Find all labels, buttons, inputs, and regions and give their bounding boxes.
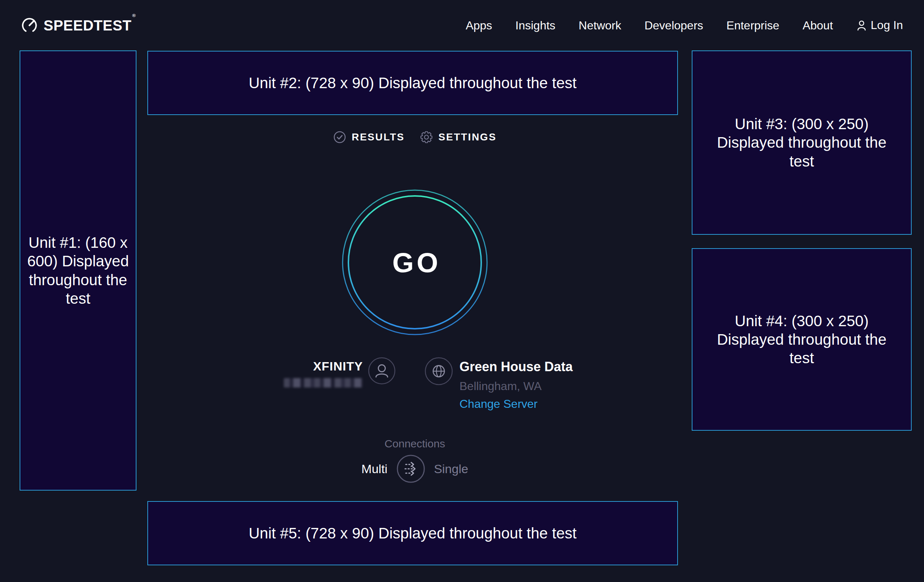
isp-name: XFINITY bbox=[313, 360, 363, 372]
server-location: Bellingham, WA bbox=[459, 380, 573, 392]
nav-item-about[interactable]: About bbox=[802, 20, 833, 31]
speedtest-logo[interactable]: SPEEDTEST® bbox=[21, 17, 135, 34]
nav-item-enterprise[interactable]: Enterprise bbox=[726, 20, 780, 31]
person-circle-icon bbox=[368, 357, 396, 385]
nav-item-insights[interactable]: Insights bbox=[515, 20, 555, 31]
tab-results-label: RESULTS bbox=[351, 131, 405, 143]
ad-unit-5-text: Unit #5: (728 x 90) Displayed throughout… bbox=[249, 524, 577, 542]
ad-unit-3-rectangle[interactable]: Unit #3: (300 x 250) Displayed throughou… bbox=[692, 50, 912, 235]
login-button[interactable]: Log In bbox=[856, 18, 903, 32]
go-button[interactable]: GO bbox=[338, 186, 491, 338]
connections-toggle-row: Multi Single bbox=[148, 454, 681, 483]
connection-mode-multi[interactable]: Multi bbox=[361, 463, 388, 475]
ad-unit-2-text: Unit #2: (728 x 90) Displayed throughout… bbox=[249, 74, 577, 92]
user-icon bbox=[856, 19, 867, 31]
results-settings-tabs: RESULTS SETTINGS bbox=[148, 130, 681, 144]
ad-unit-1-skyscraper[interactable]: Unit #1: (160 x 600) Displayed throughou… bbox=[20, 50, 137, 491]
nav-item-network[interactable]: Network bbox=[579, 20, 621, 31]
gear-icon bbox=[420, 130, 433, 144]
logo-wordmark: SPEEDTEST® bbox=[43, 18, 135, 33]
redacted-ip bbox=[284, 378, 363, 387]
ad-unit-1-text: Unit #1: (160 x 600) Displayed throughou… bbox=[23, 233, 133, 308]
ad-unit-5-leaderboard[interactable]: Unit #5: (728 x 90) Displayed throughout… bbox=[147, 501, 678, 565]
connection-info-row: XFINITY Green House Data Bellingham, WA … bbox=[282, 357, 573, 410]
top-nav-bar: SPEEDTEST® Apps Insights Network Develop… bbox=[0, 0, 924, 50]
tab-settings[interactable]: SETTINGS bbox=[420, 130, 497, 144]
main-nav: Apps Insights Network Developers Enterpr… bbox=[465, 18, 903, 32]
tab-settings-label: SETTINGS bbox=[439, 131, 497, 143]
connection-mode-toggle-icon[interactable] bbox=[396, 454, 425, 483]
nav-item-apps[interactable]: Apps bbox=[465, 20, 492, 31]
server-name: Green House Data bbox=[459, 359, 573, 374]
change-server-link[interactable]: Change Server bbox=[459, 398, 573, 410]
ad-unit-3-text: Unit #3: (300 x 250) Displayed throughou… bbox=[714, 115, 889, 171]
tab-results[interactable]: RESULTS bbox=[333, 130, 405, 144]
nav-item-developers[interactable]: Developers bbox=[645, 20, 703, 31]
gauge-icon bbox=[21, 17, 38, 34]
login-label: Log In bbox=[871, 18, 903, 32]
go-button-label: GO bbox=[338, 186, 491, 338]
connections-label: Connections bbox=[148, 438, 681, 450]
isp-block: XFINITY bbox=[282, 357, 396, 387]
connection-mode-single[interactable]: Single bbox=[434, 463, 469, 475]
ad-unit-2-leaderboard[interactable]: Unit #2: (728 x 90) Displayed throughout… bbox=[147, 51, 678, 115]
globe-circle-icon bbox=[425, 357, 453, 385]
ad-unit-4-text: Unit #4: (300 x 250) Displayed throughou… bbox=[714, 312, 889, 368]
check-circle-icon bbox=[333, 130, 346, 144]
trademark-symbol: ® bbox=[132, 13, 136, 18]
server-block: Green House Data Bellingham, WA Change S… bbox=[425, 357, 573, 410]
ad-unit-4-rectangle[interactable]: Unit #4: (300 x 250) Displayed throughou… bbox=[692, 248, 912, 431]
